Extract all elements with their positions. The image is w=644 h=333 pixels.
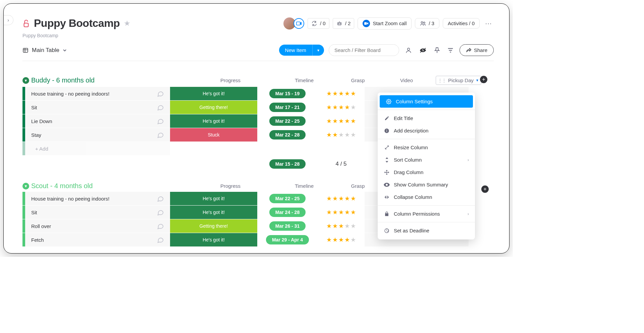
grasp-cell[interactable]: ★★★★★ [318,222,365,230]
progress-cell[interactable]: He's got it! [170,87,257,100]
item-name-cell[interactable]: Lie Down [25,114,170,128]
share-button[interactable]: Share [460,44,494,56]
favorite-star-icon[interactable]: ★ [124,19,130,28]
timeline-cell[interactable]: Mar 22 - 25 [257,194,318,203]
svg-rect-8 [23,48,28,52]
comment-bubble-icon[interactable] [157,209,164,216]
filter-icon[interactable] [446,46,455,54]
progress-cell[interactable]: Stuck [170,128,257,142]
star-icon: ★ [332,236,338,243]
people-icon [420,21,426,26]
group-title[interactable]: Buddy - 6 months old [31,76,95,84]
comment-bubble-icon[interactable] [157,117,164,125]
menu-item-show column summary[interactable]: Show Column Summary [378,178,475,191]
item-name-cell[interactable]: House training - no peeing indoors! [25,87,170,100]
menu-item-sort column[interactable]: Sort Column › [378,154,475,166]
start-zoom-button[interactable]: Start Zoom call [358,17,412,30]
menu-item-column settings[interactable]: Column Settings [380,95,473,108]
svg-rect-5 [364,22,367,25]
board-owner-avatar[interactable] [283,17,304,30]
chevron-right-icon: › [468,211,469,216]
progress-cell[interactable]: Getting there! [170,219,257,233]
item-name-cell[interactable]: Sit [25,206,170,219]
item-name-cell[interactable]: Stay [25,128,170,142]
column-header-timeline[interactable]: Timeline [274,183,334,189]
group-collapse-toggle[interactable]: ▼ [22,77,29,84]
timeline-cell[interactable]: Mar 15 - 19 [257,89,318,98]
activities-counter[interactable]: Activities / 0 [443,18,480,29]
grasp-cell[interactable]: ★★★★★ [318,117,365,125]
timeline-cell[interactable]: Mar 17 - 21 [257,103,318,112]
column-header-pickup[interactable]: ⋮⋮ Pickup Day ▼ + [432,76,485,85]
menu-item-add description[interactable]: Add description [378,124,475,137]
menu-item-label: Edit Title [394,115,413,121]
star-icon: ★ [351,236,356,243]
clock-icon [384,228,390,233]
item-name-cell[interactable]: House training - no peeing indoors! [25,192,170,205]
menu-item-resize column[interactable]: Resize Column [378,141,475,154]
item-name-cell[interactable]: Roll over [25,219,170,233]
search-input[interactable] [329,44,399,56]
menu-item-edit title[interactable]: Edit Title [378,112,475,124]
progress-cell[interactable]: He's got it! [170,192,257,205]
menu-item-drag column[interactable]: Drag Column [378,166,475,178]
item-name: Roll over [31,223,51,229]
item-name-cell[interactable]: Sit [25,101,170,114]
progress-cell[interactable]: He's got it! [170,114,257,128]
progress-cell[interactable]: Getting there! [170,101,257,114]
comment-bubble-icon[interactable] [157,131,164,138]
robot-icon [336,20,342,26]
grasp-cell[interactable]: ★★★★★ [318,209,365,216]
automations-counter[interactable]: / 0 [308,18,329,29]
people-counter[interactable]: / 3 [415,18,439,29]
grasp-cell[interactable]: ★★★★★ [318,90,365,97]
grasp-cell[interactable]: ★★★★★ [318,104,365,111]
pencil-icon [384,116,390,121]
column-header-grasp[interactable]: Grasp [334,77,381,83]
group-collapse-toggle[interactable]: ▼ [22,183,29,189]
grasp-cell[interactable]: ★★★★★ [318,131,365,138]
menu-item-collapse column[interactable]: Collapse Column [378,191,475,203]
person-filter-icon[interactable] [404,46,413,55]
timeline-cell[interactable]: Mar 24 - 28 [257,208,318,217]
group-title[interactable]: Scout - 4 months old [31,182,93,190]
column-header-video[interactable]: Video [381,77,432,83]
timeline-cell[interactable]: Mar 29 - Apr 4 [257,235,318,244]
grasp-cell[interactable]: ★★★★★ [318,236,365,243]
pin-icon[interactable] [433,46,441,55]
new-item-chevron[interactable]: ▾ [312,45,324,56]
more-actions-icon[interactable]: ⋯ [483,17,494,30]
add-column-button[interactable]: + [480,76,487,83]
column-header-grasp[interactable]: Grasp [334,183,381,189]
view-selector[interactable]: Main Table [22,47,67,54]
integrations-counter[interactable]: / 2 [333,18,355,29]
comment-bubble-icon[interactable] [157,236,164,243]
new-item-button[interactable]: New Item [279,45,312,56]
column-header-timeline[interactable]: Timeline [274,77,334,83]
item-name-cell[interactable]: Fetch [25,233,170,246]
timeline-cell[interactable]: Mar 22 - 25 [257,116,318,126]
grasp-cell[interactable]: ★★★★★ [318,195,365,202]
menu-item-set as deadline[interactable]: Set as Deadline [378,224,475,237]
menu-separator [378,222,475,222]
timeline-cell[interactable]: Mar 26 - 31 [257,221,318,231]
column-header-progress[interactable]: Progress [187,183,274,189]
counter-value: / 2 [345,20,351,26]
comment-bubble-icon[interactable] [157,195,164,202]
comment-bubble-icon[interactable] [157,222,164,230]
star-icon: ★ [326,131,332,138]
add-column-button[interactable]: + [481,185,489,193]
zoom-icon [363,20,370,27]
progress-cell[interactable]: He's got it! [170,206,257,219]
comment-bubble-icon[interactable] [157,104,164,111]
menu-item-column permissions[interactable]: Column Permissions › [378,208,475,220]
comment-bubble-icon[interactable] [157,90,164,97]
progress-cell[interactable]: He's got it! [170,233,257,246]
timeline-cell[interactable]: Mar 22 - 28 [257,130,318,140]
column-header-progress[interactable]: Progress [187,77,274,83]
item-name: Lie Down [31,118,52,124]
private-lock-icon [22,19,30,28]
drag-grip-icon: ⋮⋮ [438,78,446,83]
table-icon [22,47,29,53]
hide-icon[interactable] [418,46,428,55]
